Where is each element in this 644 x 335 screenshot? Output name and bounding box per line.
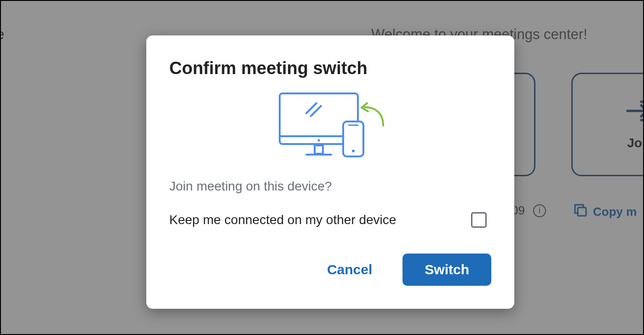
svg-rect-4 xyxy=(315,145,323,154)
device-switch-icon xyxy=(270,91,390,162)
svg-point-10 xyxy=(352,150,355,152)
keep-connected-row: Keep me connected on my other device xyxy=(169,212,491,228)
keep-connected-label: Keep me connected on my other device xyxy=(169,213,396,227)
dialog-question: Join meeting on this device? xyxy=(169,179,491,194)
dialog-actions: Cancel Switch xyxy=(169,254,491,286)
svg-point-3 xyxy=(318,139,320,142)
device-switch-illustration xyxy=(169,91,491,162)
dialog-title: Confirm meeting switch xyxy=(169,58,491,78)
switch-button[interactable]: Switch xyxy=(402,254,491,286)
app-frame: e Welcome to your meetings center! Join … xyxy=(0,0,644,335)
cancel-button[interactable]: Cancel xyxy=(324,257,375,282)
confirm-switch-dialog: Confirm meeting switch Joi xyxy=(146,35,514,309)
keep-connected-checkbox[interactable] xyxy=(471,212,487,228)
